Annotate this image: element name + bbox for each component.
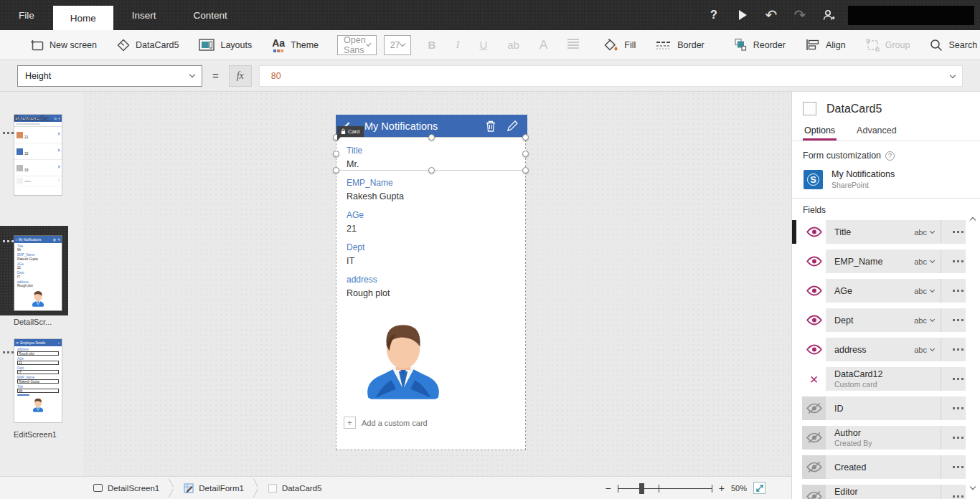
thumbnail-detail-screen[interactable]: ‹ My Notifications 🗑✎ TitleMr. EMP_NameR… [14,235,62,311]
resize-handle[interactable] [333,151,339,157]
tab-advanced[interactable]: Advanced [855,121,898,141]
fit-to-window-icon[interactable] [753,482,765,494]
eye-icon[interactable] [802,250,826,273]
datacard-checkbox[interactable] [803,102,816,115]
breadcrumb-detailform1[interactable]: DetailForm1 [175,477,253,499]
field-type-select[interactable]: abc [914,257,941,266]
field-row-emp-name[interactable]: EMP_Name abc [792,250,966,279]
datacard-age[interactable]: AGe 21 [347,210,364,234]
employee-photo[interactable] [354,322,452,412]
selection-button[interactable]: DataCard5 [107,30,189,60]
property-select[interactable]: Height [17,65,202,87]
eye-icon[interactable] [802,279,826,303]
datacard-title[interactable]: Title Mr. [347,146,362,169]
field-type-select[interactable]: abc [914,287,941,295]
breadcrumb-detailscreen1[interactable]: DetailScreen1 [85,477,168,499]
eye-icon[interactable] [802,338,826,361]
help-circle-icon[interactable]: ? [885,151,895,161]
menu-home[interactable]: Home [53,6,113,30]
add-custom-card-button[interactable]: + Add a custom card [344,417,428,429]
panel-scrollbar[interactable] [969,215,978,496]
remove-icon[interactable]: × [802,367,826,391]
datacard-dept[interactable]: Dept IT [347,242,364,266]
reorder-button[interactable]: Reorder [723,30,796,60]
theme-icon: Aa [272,37,285,52]
more-icon[interactable] [941,437,966,439]
field-row-address[interactable]: address abc [792,338,966,367]
selected-datacard-region[interactable] [336,137,527,171]
eye-icon[interactable] [802,308,826,332]
search-button[interactable]: Search [920,30,980,60]
canvas[interactable]: My Notifications [83,92,791,476]
fill-button[interactable]: Fill [593,30,646,60]
align-button[interactable]: Align [796,30,856,60]
eye-slash-icon[interactable] [802,455,826,479]
screen-more-icon[interactable] [3,351,5,353]
more-icon[interactable] [941,495,966,498]
undo-icon[interactable]: ↶ [762,6,781,24]
group-icon [866,39,880,52]
zoom-slider[interactable] [618,483,712,494]
more-icon[interactable] [941,378,966,380]
thumbnail-browse-screen[interactable]: My Notifications ↻+ 21 32 [14,114,62,196]
zoom-out-button[interactable]: − [606,483,611,494]
more-icon[interactable] [941,319,966,321]
fx-button[interactable]: fx [229,65,252,87]
scroll-up-icon[interactable] [970,217,976,223]
field-type-select[interactable]: abc [914,316,941,325]
more-icon[interactable] [941,348,966,351]
more-icon[interactable] [941,260,966,262]
tab-options[interactable]: Options [803,121,837,141]
more-icon[interactable] [941,290,966,292]
thumbnail-edit-screen[interactable]: ✕ Employee Details ✓ addressRough plot A… [14,338,62,423]
field-row-dept[interactable]: Dept abc [792,308,966,338]
layouts-button[interactable]: Layouts [189,30,262,60]
resize-handle[interactable] [522,151,529,157]
more-icon[interactable] [941,231,966,233]
datacard-address[interactable]: address Rough plot [347,275,390,298]
eye-icon[interactable] [802,220,826,244]
field-row-datacard12[interactable]: × DataCard12 Custom card [792,367,966,396]
play-icon[interactable] [733,6,752,24]
breadcrumb-datacard5[interactable]: DataCard5 [260,477,331,499]
formula-input[interactable] [260,66,962,86]
eye-slash-icon[interactable] [802,396,826,420]
resize-handle[interactable] [522,134,529,141]
menu-content[interactable]: Content [175,0,246,30]
field-row-created[interactable]: Created [792,455,966,485]
field-type-select[interactable]: abc [914,346,941,354]
resize-handle[interactable] [522,167,529,174]
resize-handle[interactable] [333,167,339,174]
edit-icon[interactable] [501,120,523,132]
menu-insert[interactable]: Insert [113,0,175,30]
border-button[interactable]: Border [646,30,715,60]
font-family-select[interactable]: Open Sans [337,35,377,55]
user-add-icon[interactable] [819,6,838,24]
field-row-author[interactable]: Author Created By [792,426,966,455]
detail-form[interactable]: My Notifications [336,115,526,450]
eye-slash-icon[interactable] [802,426,826,450]
eye-slash-icon[interactable] [802,485,826,499]
menu-file[interactable]: File [0,0,53,30]
more-icon[interactable] [941,466,966,468]
more-icon[interactable] [941,407,966,409]
screen-more-icon[interactable] [3,132,5,134]
scroll-down-icon[interactable] [970,484,976,490]
theme-button[interactable]: Aa Theme [262,30,329,60]
resize-handle[interactable] [428,134,435,141]
datasource-row[interactable]: S My Notifications SharePoint [792,168,980,199]
zoom-in-button[interactable]: + [719,483,725,494]
font-size-select[interactable]: 27 [384,35,411,55]
field-row-editor[interactable]: Editor Modified By [792,485,966,499]
field-row-title[interactable]: Title abc [792,220,966,250]
field-type-select[interactable]: abc [914,228,941,237]
resize-handle[interactable] [428,167,435,174]
new-screen-button[interactable]: New screen [20,30,107,60]
zoom-slider-handle[interactable] [639,483,644,494]
help-icon[interactable]: ? [705,6,723,24]
field-row-id[interactable]: ID [792,396,966,426]
screen-more-icon[interactable] [3,240,5,242]
delete-icon[interactable] [480,120,501,132]
datacard-emp-name[interactable]: EMP_Name Rakesh Gupta [347,178,404,201]
field-row-age[interactable]: AGe abc [792,279,966,308]
